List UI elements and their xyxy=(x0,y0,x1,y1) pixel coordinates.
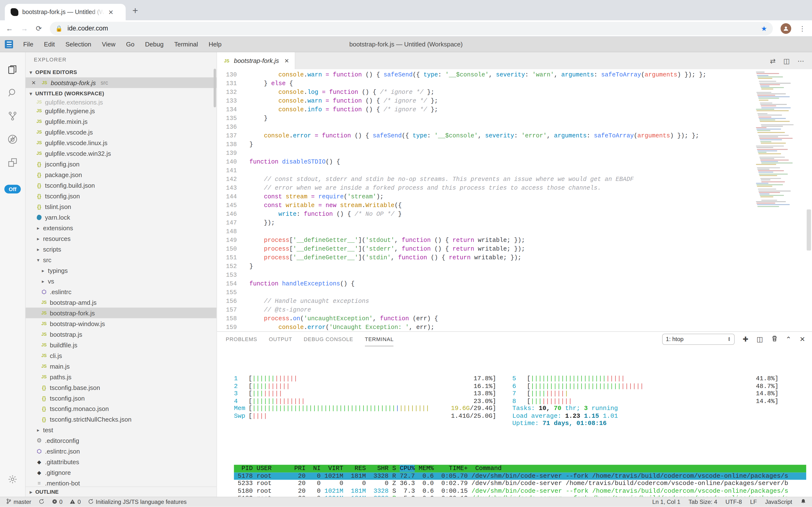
browser-menu-icon[interactable]: ⋮ xyxy=(799,24,806,32)
tree-item-.gitignore[interactable]: ◆.gitignore xyxy=(25,467,216,478)
menu-selection[interactable]: Selection xyxy=(61,41,96,48)
tab-close-icon[interactable]: ✕ xyxy=(107,8,115,16)
more-actions-icon[interactable]: ⋯ xyxy=(798,57,804,65)
maximize-panel-icon[interactable]: ⌃ xyxy=(786,335,791,343)
htop-process-row[interactable]: 5178 root 20 0 1021M 181M 3328 R 72.7 0.… xyxy=(234,472,806,480)
explorer-icon[interactable] xyxy=(1,58,24,81)
menu-view[interactable]: View xyxy=(98,41,120,48)
bookmark-star-icon[interactable]: ★ xyxy=(761,24,767,32)
tree-item-buildfile.js[interactable]: JSbuildfile.js xyxy=(25,340,216,350)
split-editor-icon[interactable]: ◫ xyxy=(784,57,790,65)
workspace-header[interactable]: ▾ UNTITLED (WORKSPACE) xyxy=(25,88,216,99)
tree-item-.mention-bot[interactable]: ≡.mention-bot xyxy=(25,478,216,487)
tree-item-tsconfig.json[interactable]: {}tsconfig.json xyxy=(25,190,216,201)
menu-edit[interactable]: Edit xyxy=(40,41,59,48)
tree-folder-vs[interactable]: ▸vs xyxy=(25,276,216,286)
source-control-icon[interactable] xyxy=(1,105,24,128)
tree-item-.gitattributes[interactable]: ◆.gitattributes xyxy=(25,456,216,467)
tree-folder-extensions[interactable]: ▸extensions xyxy=(25,223,216,233)
online-toggle-badge[interactable]: Off xyxy=(4,185,21,193)
code-editor[interactable]: 1301311321331341351361371381391401411421… xyxy=(217,69,812,331)
close-panel-icon[interactable]: ✕ xyxy=(800,335,805,343)
extensions-icon[interactable] xyxy=(1,151,24,174)
back-button[interactable]: ← xyxy=(6,24,13,33)
htop-process-row[interactable]: 5180 root 20 0 1021M 181M 3328 S 7.3 0.6… xyxy=(234,487,806,495)
close-icon[interactable]: ✕ xyxy=(32,79,38,86)
tree-item-cli.js[interactable]: JScli.js xyxy=(25,350,216,361)
tree-item-.editorconfig[interactable]: ⚙.editorconfig xyxy=(25,435,216,446)
menu-debug[interactable]: Debug xyxy=(141,41,168,48)
htop-table-header[interactable]: PID USER PRI NI VIRT RES SHR S CPU% MEM%… xyxy=(234,465,806,472)
bell-icon[interactable] xyxy=(800,498,806,506)
tree-item-.eslintrc.json[interactable]: ⬡.eslintrc.json xyxy=(25,446,216,456)
language-status-item[interactable]: Initializing JS/TS language features xyxy=(88,498,187,506)
tree-item-tsconfig.build.json[interactable]: {}tsconfig.build.json xyxy=(25,180,216,190)
status-ln-1-col-1[interactable]: Ln 1, Col 1 xyxy=(652,499,680,505)
editor-tab[interactable]: JS bootstrap-fork.js ✕ xyxy=(217,52,295,69)
warnings-item[interactable]: 0 xyxy=(70,498,81,506)
tree-item-tslint.json[interactable]: {}tslint.json xyxy=(25,201,216,212)
tree-item-gulpfile.vscode.win32.js[interactable]: JSgulpfile.vscode.win32.js xyxy=(25,148,216,159)
split-terminal-icon[interactable]: ◫ xyxy=(757,335,763,343)
status-tab-size-4[interactable]: Tab Size: 4 xyxy=(688,499,717,505)
tree-folder-resources[interactable]: ▸resources xyxy=(25,233,216,244)
forward-button[interactable]: → xyxy=(21,24,28,33)
tree-item-paths.js[interactable]: JSpaths.js xyxy=(25,372,216,382)
tree-item-gulpfile.hygiene.js[interactable]: JSgulpfile.hygiene.js xyxy=(25,106,216,116)
minimap[interactable] xyxy=(755,71,795,207)
tree-folder-src[interactable]: ▾src xyxy=(25,255,216,265)
tree-folder-typings[interactable]: ▸typings xyxy=(25,265,216,276)
errors-item[interactable]: 0 xyxy=(52,498,62,506)
tab-debug-console[interactable]: DEBUG CONSOLE xyxy=(304,332,353,346)
terminal-select[interactable]: 1: htop ▲▼ xyxy=(662,334,734,345)
tab-terminal[interactable]: TERMINAL xyxy=(365,332,393,346)
tree-item-gulpfile.vscode.linux.js[interactable]: JSgulpfile.vscode.linux.js xyxy=(25,137,216,148)
sidebar-scrollbar[interactable] xyxy=(214,69,216,107)
kill-terminal-icon[interactable] xyxy=(771,335,777,343)
new-tab-button[interactable]: + xyxy=(132,5,138,16)
menu-terminal[interactable]: Terminal xyxy=(170,41,202,48)
menu-file[interactable]: File xyxy=(19,41,38,48)
tree-item-gulpfile.extensions.js[interactable]: JSgulpfile.extensions.js xyxy=(25,99,216,106)
tree-item-bootstrap-window.js[interactable]: JSbootstrap-window.js xyxy=(25,318,216,329)
tab-close-icon[interactable]: ✕ xyxy=(284,57,289,64)
address-bar[interactable]: 🔒 ide.coder.com ★ xyxy=(50,21,773,35)
htop-process-row[interactable]: 5233 root 20 0 0 0 0 Z 36.3 0.0 0:02.79 … xyxy=(234,480,806,487)
browser-tab[interactable]: bootstrap-fork.js — Untitled (W ✕ xyxy=(5,4,126,20)
tab-output[interactable]: OUTPUT xyxy=(269,332,292,346)
tree-item-bootstrap-fork.js[interactable]: JSbootstrap-fork.js xyxy=(25,308,216,318)
menu-go[interactable]: Go xyxy=(122,41,139,48)
debug-icon[interactable] xyxy=(1,128,24,151)
tree-item-yarn.lock[interactable]: yarn.lock xyxy=(25,212,216,223)
terminal[interactable]: 1[||||||||||||17.8%]2[||||||||||16.1%]3[… xyxy=(217,346,812,497)
status-javascript[interactable]: JavaScript xyxy=(765,499,792,505)
tree-item-bootstrap.js[interactable]: JSbootstrap.js xyxy=(25,329,216,340)
tree-folder-scripts[interactable]: ▸scripts xyxy=(25,244,216,255)
menu-help[interactable]: Help xyxy=(204,41,226,48)
tree-item-gulpfile.mixin.js[interactable]: JSgulpfile.mixin.js xyxy=(25,116,216,127)
url-text[interactable]: ide.coder.com xyxy=(67,25,756,32)
git-branch-item[interactable]: master xyxy=(6,498,31,506)
status-utf-8[interactable]: UTF-8 xyxy=(726,499,742,505)
tree-item-tsconfig.strictNullChecks.json[interactable]: {}tsconfig.strictNullChecks.json xyxy=(25,414,216,425)
tree-item-.eslintrc[interactable]: ⬡.eslintrc xyxy=(25,286,216,297)
tree-item-tsconfig.base.json[interactable]: {}tsconfig.base.json xyxy=(25,382,216,393)
refresh-button[interactable]: ⟳ xyxy=(36,24,42,33)
open-editor-item[interactable]: ✕ JS bootstrap-fork.js src xyxy=(25,77,216,88)
tree-item-bootstrap-amd.js[interactable]: JSbootstrap-amd.js xyxy=(25,297,216,308)
tree-folder-test[interactable]: ▸test xyxy=(25,425,216,435)
sync-item[interactable] xyxy=(39,498,44,506)
tree-item-gulpfile.vscode.js[interactable]: JSgulpfile.vscode.js xyxy=(25,127,216,137)
tab-problems[interactable]: PROBLEMS xyxy=(226,332,257,346)
htop-process-row[interactable]: 5182 root 20 0 1021M 181M 3328 R 5.3 0.6… xyxy=(234,495,806,497)
tree-item-package.json[interactable]: {}package.json xyxy=(25,169,216,180)
sync-icon[interactable]: ⇄ xyxy=(770,57,775,65)
avatar[interactable] xyxy=(780,23,791,34)
tree-item-main.js[interactable]: JSmain.js xyxy=(25,361,216,372)
new-terminal-icon[interactable]: ✚ xyxy=(743,335,748,343)
outline-header[interactable]: ▸ OUTLINE xyxy=(25,487,216,497)
status-lf[interactable]: LF xyxy=(750,499,757,505)
tree-item-jsconfig.json[interactable]: {}jsconfig.json xyxy=(25,159,216,169)
tree-item-tsconfig.json[interactable]: {}tsconfig.json xyxy=(25,393,216,403)
open-editors-header[interactable]: ▾ OPEN EDITORS xyxy=(25,67,216,77)
